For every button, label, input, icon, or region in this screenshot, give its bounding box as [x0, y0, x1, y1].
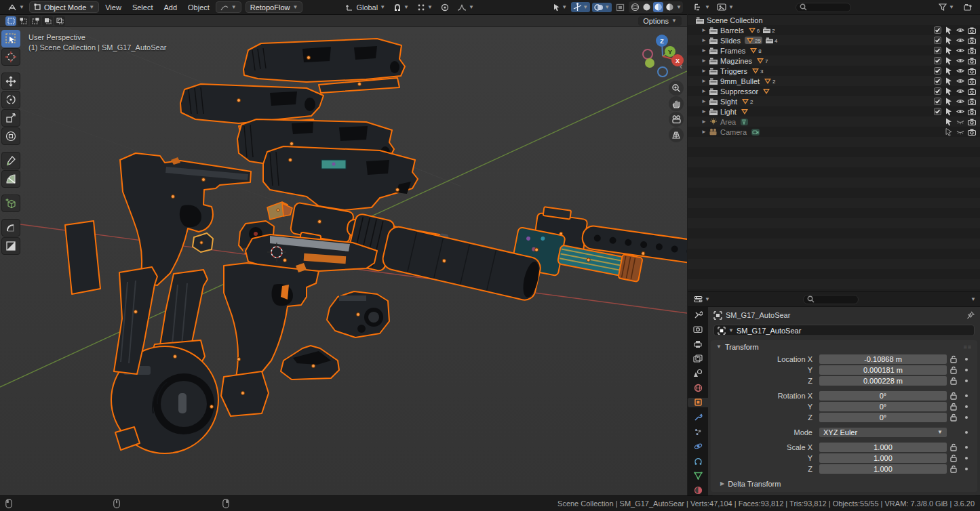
disclosure-triangle-icon[interactable]: ► — [700, 88, 708, 94]
mode-select[interactable]: Object Mode ▼ — [29, 1, 99, 13]
tab-render[interactable] — [688, 325, 708, 335]
outliner-row-triggers[interactable]: ► Triggers 3 — [688, 66, 980, 76]
gizmo-neg-z-ball[interactable] — [658, 67, 667, 77]
location-x-field[interactable]: -0.10868 m — [819, 354, 947, 364]
tab-material[interactable] — [688, 485, 708, 495]
tool-retopoflow-polypen[interactable] — [1, 237, 20, 255]
camera-view-button[interactable] — [669, 112, 684, 127]
disclosure-triangle-icon[interactable]: ► — [700, 68, 708, 74]
outliner-row-area[interactable]: ► Area — [688, 117, 980, 127]
tab-object[interactable] — [688, 398, 708, 408]
selectable-icon[interactable] — [945, 118, 953, 126]
outliner-row-barrels[interactable]: ► Barrels 6 2 — [688, 25, 980, 35]
selectable-icon[interactable] — [945, 67, 953, 75]
menu-add[interactable]: Add — [159, 2, 182, 13]
menu-object[interactable]: Object — [183, 2, 214, 13]
tab-modifiers[interactable] — [688, 412, 708, 422]
animate-dot[interactable] — [960, 446, 972, 449]
properties-editor-type-button[interactable]: ▼ — [692, 295, 712, 304]
outliner-row-frames[interactable]: ► Frames 8 — [688, 45, 980, 56]
tab-scene[interactable] — [688, 368, 708, 378]
hide-render-icon[interactable] — [968, 77, 976, 85]
rotation-mode-select[interactable]: XYZ Euler▼ — [819, 428, 947, 437]
selectable-icon[interactable] — [945, 98, 953, 106]
scale-y-field[interactable]: 1.000 — [819, 453, 947, 463]
outliner-row-9mm-bullet[interactable]: ► 9mm_Bullet 2 — [688, 76, 980, 86]
hide-viewport-icon[interactable] — [956, 108, 964, 115]
tool-measure[interactable] — [1, 170, 20, 188]
chevron-down-icon[interactable]: ▼ — [971, 297, 976, 302]
tool-rotate[interactable] — [1, 91, 20, 108]
pan-button[interactable] — [669, 96, 684, 111]
region-collapse-arrow[interactable]: ‹ — [680, 61, 682, 71]
mesh-slide-4[interactable] — [263, 146, 418, 210]
gizmos-toggle[interactable]: ▼ — [571, 2, 590, 12]
outliner-row-suppressor[interactable]: ► Suppressor — [688, 86, 980, 96]
tool-scale[interactable] — [1, 109, 20, 127]
exclude-checkbox[interactable] — [933, 108, 941, 115]
rotation-z-field[interactable]: 0° — [819, 413, 947, 422]
tab-output[interactable] — [688, 339, 708, 349]
tool-annotate[interactable] — [1, 152, 20, 169]
animate-dot[interactable] — [960, 394, 972, 397]
lock-icon[interactable] — [947, 454, 960, 462]
outliner-row-scene-collection[interactable]: Scene Collection — [688, 15, 980, 25]
exclude-checkbox[interactable] — [933, 47, 941, 54]
shading-solid-button[interactable] — [642, 2, 652, 12]
select-mode-intersect-button[interactable] — [54, 16, 65, 26]
animate-dot[interactable] — [960, 431, 972, 434]
mesh-baseplate[interactable] — [281, 346, 339, 380]
disclosure-triangle-icon[interactable]: ► — [700, 108, 708, 115]
disclosure-triangle-icon[interactable]: ► — [700, 47, 708, 54]
new-collection-button[interactable] — [960, 2, 976, 13]
tab-object-data[interactable] — [688, 471, 708, 481]
shading-rendered-button[interactable] — [665, 2, 675, 12]
animate-dot[interactable] — [960, 358, 972, 361]
selectable-icon[interactable] — [945, 128, 953, 136]
snap-target-dropdown[interactable]: ▼ — [414, 2, 436, 13]
hide-render-icon[interactable] — [968, 108, 976, 116]
outliner-editor-type-button[interactable]: ▼ — [692, 3, 712, 12]
viewport-3d[interactable]: User Perspective (1) Scene Collection | … — [0, 27, 687, 495]
options-dropdown[interactable]: Options ▼ — [638, 16, 682, 26]
hide-viewport-icon[interactable] — [956, 98, 964, 104]
lock-icon[interactable] — [947, 465, 960, 473]
outliner-display-mode-button[interactable]: ▼ — [715, 3, 736, 12]
mesh-flashlight[interactable] — [327, 291, 389, 338]
lock-icon[interactable] — [947, 413, 960, 422]
hide-viewport-icon[interactable] — [956, 27, 964, 33]
overlays-toggle[interactable]: ▼ — [592, 3, 612, 12]
hide-viewport-icon[interactable] — [956, 68, 964, 74]
outliner-search-input[interactable] — [796, 3, 851, 12]
disclosure-triangle-icon[interactable]: ► — [700, 58, 708, 64]
hide-render-icon[interactable] — [968, 67, 976, 75]
tool-move[interactable] — [1, 73, 20, 90]
hide-render-icon[interactable] — [968, 37, 976, 45]
outliner-filter-button[interactable]: ▼ — [935, 2, 958, 12]
exclude-checkbox[interactable] — [933, 57, 941, 64]
tab-physics[interactable] — [688, 441, 708, 451]
tool-add-cube[interactable] — [1, 195, 20, 212]
retopoflow-menu[interactable]: RetopoFlow ▼ — [246, 1, 303, 13]
falloff-dropdown[interactable]: ▼ — [454, 2, 477, 12]
proportional-editing-toggle[interactable] — [437, 2, 452, 13]
shading-material-button[interactable] — [653, 2, 663, 12]
scale-x-field[interactable]: 1.000 — [819, 443, 947, 452]
tool-select-box[interactable] — [1, 30, 20, 47]
select-mode-invert-button[interactable] — [42, 16, 53, 26]
mesh-slide-stop[interactable] — [193, 233, 213, 252]
lock-icon[interactable] — [947, 366, 960, 374]
location-y-field[interactable]: 0.000181 m — [819, 365, 947, 375]
animate-dot[interactable] — [960, 369, 972, 371]
disclosure-triangle-icon[interactable]: ► — [700, 119, 708, 125]
tool-transform[interactable] — [1, 127, 20, 145]
hide-render-icon[interactable] — [968, 47, 976, 55]
hide-viewport-icon[interactable] — [956, 119, 964, 125]
select-mode-subtract-button[interactable] — [30, 16, 41, 26]
select-mode-set-button[interactable] — [5, 16, 16, 26]
outliner-row-magzines[interactable]: ► Magzines 7 — [688, 56, 980, 66]
lock-icon[interactable] — [947, 377, 960, 385]
ortho-toggle-button[interactable] — [669, 127, 684, 142]
menu-select[interactable]: Select — [128, 2, 158, 13]
tool-cursor[interactable] — [1, 48, 20, 66]
